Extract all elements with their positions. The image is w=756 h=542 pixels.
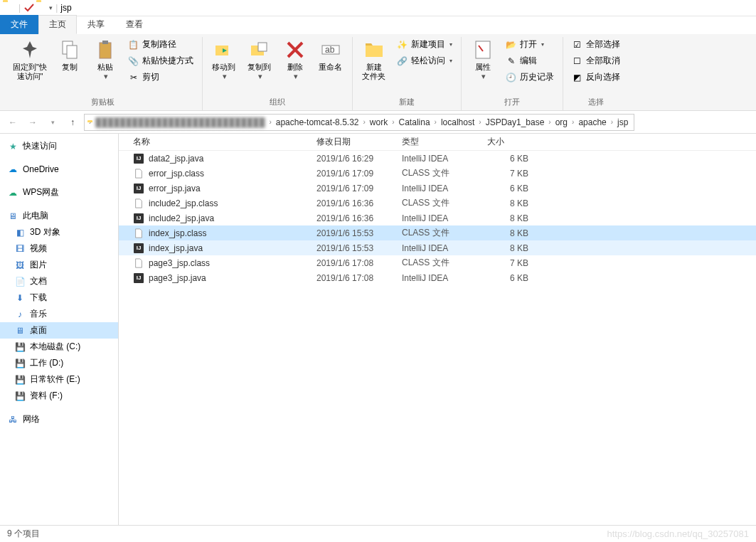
- sidebar-quick-access[interactable]: ★快速访问: [0, 138, 118, 154]
- delete-button[interactable]: 删除▾: [279, 37, 311, 83]
- tab-share[interactable]: 共享: [77, 15, 115, 34]
- ribbon-group-organize: 移动到▾ 复制到▾ 删除▾ ab 重命名 组织: [203, 37, 353, 110]
- file-date: 2019/1/6 17:09: [312, 184, 398, 193]
- tab-view[interactable]: 查看: [115, 15, 154, 34]
- cut-icon: ✂: [128, 72, 139, 83]
- moveto-icon: [213, 38, 235, 61]
- cut-button[interactable]: ✂剪切: [125, 70, 196, 85]
- sidebar-drive-e[interactable]: 💾日常软件 (E:): [0, 371, 118, 388]
- tab-file[interactable]: 文件: [0, 15, 38, 34]
- group-label: 选择: [588, 95, 604, 109]
- pasteshortcut-button[interactable]: 📎粘贴快捷方式: [125, 53, 196, 68]
- recent-dropdown[interactable]: ▾: [44, 114, 61, 131]
- file-type: IntelliJ IDEA: [398, 154, 483, 164]
- breadcrumb-item[interactable]: apache-tomcat-8.5.32: [273, 117, 362, 127]
- sidebar-pictures[interactable]: 🖼图片: [0, 257, 118, 273]
- copy-button[interactable]: 复制: [54, 37, 85, 73]
- edit-button[interactable]: ✎编辑: [503, 53, 557, 68]
- check-icon: [23, 2, 35, 14]
- rename-button[interactable]: ab 重命名: [315, 37, 346, 73]
- table-row[interactable]: index_jsp.class2019/1/6 15:53CLASS 文件8 K…: [119, 225, 756, 240]
- breadcrumb-item[interactable]: apache: [575, 117, 609, 127]
- path-icon: 📋: [128, 39, 139, 51]
- easyaccess-button[interactable]: 🔗轻松访问▾: [394, 53, 455, 68]
- file-list: IJdata2_jsp.java2019/1/6 16:29IntelliJ I…: [119, 151, 756, 525]
- back-button[interactable]: ←: [4, 114, 21, 131]
- drive-icon: 💾: [14, 374, 26, 386]
- table-row[interactable]: include2_jsp.class2019/1/6 16:36CLASS 文件…: [119, 196, 756, 211]
- table-row[interactable]: page3_jsp.class2019/1/6 17:08CLASS 文件7 K…: [119, 255, 756, 270]
- sidebar-onedrive[interactable]: ☁OneDrive: [0, 161, 118, 177]
- sidebar-drive-c[interactable]: 💾本地磁盘 (C:): [0, 339, 118, 355]
- moveto-button[interactable]: 移动到▾: [208, 37, 240, 83]
- breadcrumb-item[interactable]: work: [367, 117, 390, 127]
- delete-icon: [284, 38, 307, 61]
- selectnone-icon: ☐: [572, 55, 583, 67]
- up-button[interactable]: ↑: [64, 114, 81, 131]
- column-name[interactable]: 名称: [129, 136, 312, 148]
- breadcrumb-item[interactable]: Catalina: [396, 117, 433, 127]
- file-size: 6 KB: [483, 184, 533, 193]
- separator: |: [55, 3, 58, 13]
- ribbon-group-open: 属性▾ 📂打开▾ ✎编辑 🕘历史记录 打开: [462, 37, 563, 110]
- history-button[interactable]: 🕘历史记录: [503, 70, 557, 85]
- paste-button[interactable]: 粘贴 ▾: [90, 37, 121, 83]
- column-type[interactable]: 类型: [398, 136, 483, 148]
- sidebar-thispc[interactable]: 🖥此电脑: [0, 208, 118, 224]
- selectnone-button[interactable]: ☐全部取消: [569, 53, 623, 68]
- newitem-button[interactable]: ✨新建项目▾: [394, 37, 455, 52]
- sidebar-network[interactable]: 🖧网络: [0, 411, 118, 427]
- selectall-button[interactable]: ☑全部选择: [569, 37, 623, 52]
- ribbon-tabs: 文件 主页 共享 查看: [0, 16, 756, 34]
- chevron-down-icon: ▾: [104, 72, 108, 81]
- invertsel-button[interactable]: ◩反向选择: [569, 70, 623, 85]
- sidebar-downloads[interactable]: ⬇下载: [0, 289, 118, 306]
- file-type: CLASS 文件: [398, 197, 483, 209]
- sidebar-drive-d[interactable]: 💾工作 (D:): [0, 355, 118, 371]
- table-row[interactable]: IJindex_jsp.java2019/1/6 15:53IntelliJ I…: [119, 240, 756, 255]
- sidebar-desktop[interactable]: 🖥桌面: [0, 322, 118, 339]
- column-headers: 名称 修改日期 类型 大小: [119, 134, 756, 151]
- newfolder-button[interactable]: 新建 文件夹: [358, 37, 390, 83]
- newfolder-icon: [363, 38, 385, 61]
- forward-button[interactable]: →: [24, 114, 41, 131]
- table-row[interactable]: IJpage3_jsp.java2019/1/6 17:08IntelliJ I…: [119, 270, 756, 285]
- sidebar-3dobjects[interactable]: ◧3D 对象: [0, 224, 118, 240]
- copyto-button[interactable]: 复制到▾: [244, 37, 275, 83]
- breadcrumb-item[interactable]: localhost: [438, 117, 477, 127]
- table-row[interactable]: IJerror_jsp.java2019/1/6 17:09IntelliJ I…: [119, 181, 756, 196]
- table-row[interactable]: IJinclude2_jsp.java2019/1/6 16:36Intelli…: [119, 211, 756, 225]
- copypath-button[interactable]: 📋复制路径: [125, 37, 196, 52]
- column-size[interactable]: 大小: [483, 136, 533, 148]
- breadcrumb-item[interactable]: jsp: [614, 117, 631, 127]
- sidebar-wps[interactable]: ☁WPS网盘: [0, 184, 118, 201]
- network-icon: 🖧: [7, 414, 18, 425]
- pin-button[interactable]: 固定到"快 速访问": [10, 37, 50, 83]
- table-row[interactable]: IJdata2_jsp.java2019/1/6 16:29IntelliJ I…: [119, 151, 756, 166]
- dropdown-icon[interactable]: ▾: [49, 4, 53, 11]
- sidebar-videos[interactable]: 🎞视频: [0, 240, 118, 257]
- breadcrumb-item[interactable]: ████████████████████████████: [92, 117, 267, 127]
- sidebar-drive-f[interactable]: 💾资料 (F:): [0, 388, 118, 404]
- breadcrumb-item[interactable]: org: [553, 117, 570, 127]
- intellij-icon: IJ: [133, 183, 144, 194]
- sidebar-music[interactable]: ♪音乐: [0, 306, 118, 322]
- sidebar-documents[interactable]: 📄文档: [0, 273, 118, 289]
- column-date[interactable]: 修改日期: [312, 136, 398, 148]
- file-size: 7 KB: [483, 169, 533, 179]
- pin-icon: [18, 38, 41, 61]
- breadcrumb[interactable]: › ████████████████████████████ › apache-…: [84, 114, 634, 131]
- table-row[interactable]: error_jsp.class2019/1/6 17:09CLASS 文件7 K…: [119, 166, 756, 181]
- watermark: https://blog.csdn.net/qq_30257081: [607, 528, 750, 539]
- breadcrumb-item[interactable]: JSPDay1_base: [483, 117, 548, 127]
- file-date: 2019/1/6 16:36: [312, 213, 398, 223]
- tab-home[interactable]: 主页: [38, 15, 77, 34]
- chevron-right-icon[interactable]: ›: [87, 118, 92, 126]
- ribbon-group-new: 新建 文件夹 ✨新建项目▾ 🔗轻松访问▾ 新建: [353, 37, 462, 110]
- open-button[interactable]: 📂打开▾: [503, 37, 557, 52]
- rename-icon: ab: [319, 38, 342, 61]
- ribbon: 固定到"快 速访问" 复制 粘贴 ▾ 📋复制路径 📎粘贴快捷方式 ✂剪切 剪贴板: [0, 34, 756, 111]
- ribbon-group-select: ☑全部选择 ☐全部取消 ◩反向选择 选择: [563, 37, 629, 110]
- file-size: 8 KB: [483, 213, 533, 223]
- properties-button[interactable]: 属性▾: [467, 37, 499, 83]
